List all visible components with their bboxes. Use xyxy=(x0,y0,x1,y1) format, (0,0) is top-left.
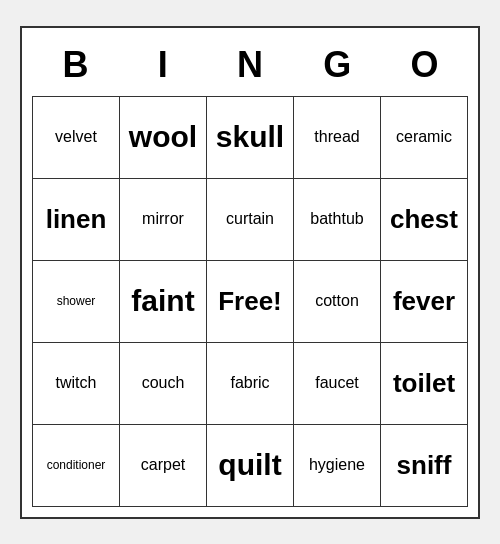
bingo-cell: conditioner xyxy=(33,425,120,507)
bingo-cell: carpet xyxy=(120,425,207,507)
header-letter: I xyxy=(119,38,206,92)
bingo-cell: wool xyxy=(120,97,207,179)
bingo-header: BINGO xyxy=(32,38,468,92)
header-letter: N xyxy=(206,38,293,92)
bingo-cell: Free! xyxy=(207,261,294,343)
bingo-card: BINGO velvetwoolskullthreadceramiclinenm… xyxy=(20,26,480,519)
bingo-cell: linen xyxy=(33,179,120,261)
header-letter: G xyxy=(294,38,381,92)
bingo-cell: hygiene xyxy=(294,425,381,507)
bingo-cell: mirror xyxy=(120,179,207,261)
bingo-cell: skull xyxy=(207,97,294,179)
bingo-cell: ceramic xyxy=(381,97,468,179)
bingo-cell: fever xyxy=(381,261,468,343)
bingo-cell: velvet xyxy=(33,97,120,179)
header-letter: O xyxy=(381,38,468,92)
bingo-cell: shower xyxy=(33,261,120,343)
bingo-cell: faint xyxy=(120,261,207,343)
bingo-grid: velvetwoolskullthreadceramiclinenmirrorc… xyxy=(32,96,468,507)
bingo-cell: chest xyxy=(381,179,468,261)
bingo-cell: bathtub xyxy=(294,179,381,261)
bingo-cell: thread xyxy=(294,97,381,179)
bingo-cell: toilet xyxy=(381,343,468,425)
bingo-cell: fabric xyxy=(207,343,294,425)
bingo-cell: curtain xyxy=(207,179,294,261)
bingo-cell: faucet xyxy=(294,343,381,425)
bingo-cell: cotton xyxy=(294,261,381,343)
bingo-cell: quilt xyxy=(207,425,294,507)
bingo-cell: couch xyxy=(120,343,207,425)
bingo-cell: twitch xyxy=(33,343,120,425)
header-letter: B xyxy=(32,38,119,92)
bingo-cell: sniff xyxy=(381,425,468,507)
